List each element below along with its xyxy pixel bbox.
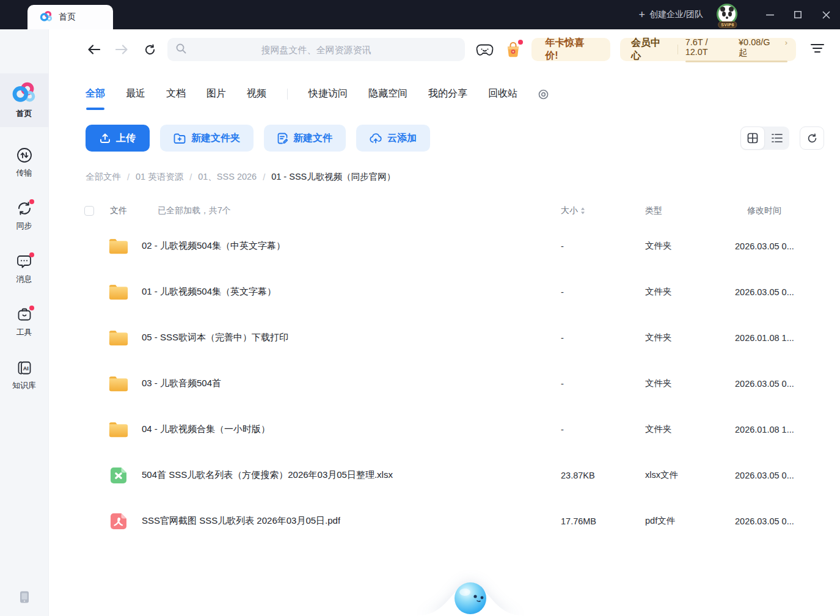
file-modified: 2026.01.08 1... — [735, 333, 803, 343]
avatar[interactable]: SVIP6 — [717, 4, 739, 26]
table-row[interactable]: 01 - 儿歌视频504集（英文字幕） - 文件夹 2026.03.05 0..… — [49, 269, 840, 315]
select-all-checkbox[interactable] — [84, 206, 94, 216]
loaded-status: 已全部加载，共7个 — [158, 205, 231, 216]
file-name[interactable]: 02 - 儿歌视频504集（中英文字幕） — [142, 240, 285, 252]
tab-quick-access[interactable]: 快捷访问 — [309, 87, 348, 101]
list-view-button[interactable] — [765, 127, 789, 150]
reload-button[interactable] — [144, 44, 157, 56]
upload-button[interactable]: 上传 — [86, 125, 150, 152]
cloud-add-label: 云添加 — [387, 132, 417, 145]
file-name[interactable]: 03 - 儿歌音频504首 — [142, 378, 221, 389]
grid-view-button[interactable] — [740, 127, 765, 150]
file-modified: 2026.03.05 0... — [735, 471, 803, 480]
file-modified: 2026.03.05 0... — [735, 287, 803, 297]
filter-menu-icon[interactable] — [811, 43, 824, 56]
ai-assistant-mascot[interactable] — [418, 573, 522, 616]
category-tabs: 全部 最近 文档 图片 视频 快捷访问 隐藏空间 我的分享 回收站 — [49, 77, 840, 111]
search-input[interactable] — [192, 45, 440, 55]
welfare-gift-icon[interactable] — [505, 40, 522, 59]
storage-progress-bar — [685, 61, 787, 62]
search-bar[interactable] — [167, 38, 466, 61]
transfer-icon — [16, 147, 32, 163]
main-content: 年卡惊喜价! 会员中心 7.6T / 12.0T ¥0.08/G起 › — [49, 29, 840, 616]
close-button[interactable] — [812, 0, 840, 29]
divider — [287, 89, 288, 100]
table-row[interactable]: 05 - SSS歌词本（完善中）下载打印 - 文件夹 2026.01.08 1.… — [49, 315, 840, 361]
file-type: 文件夹 — [645, 332, 735, 343]
sidebar-label: 传输 — [16, 167, 32, 178]
chevron-right-icon: › — [785, 38, 787, 47]
file-type: xlsx文件 — [645, 469, 735, 481]
app-logo-icon — [40, 10, 53, 24]
breadcrumb-root[interactable]: 全部文件 — [86, 171, 121, 183]
file-modified: 2026.03.05 0... — [735, 241, 803, 251]
member-center-label: 会员中心 — [631, 37, 670, 62]
tab-recent[interactable]: 最近 — [126, 87, 145, 101]
tab-my-shares[interactable]: 我的分享 — [428, 87, 467, 101]
table-row[interactable]: 504首 SSS儿歌名列表（方便搜索）2026年03月05日整理.xlsx 23… — [49, 452, 840, 498]
maximize-button[interactable] — [784, 0, 812, 29]
file-name[interactable]: 01 - 儿歌视频504集（英文字幕） — [142, 286, 276, 298]
sidebar-item-knowledge[interactable]: AI 知识库 — [0, 358, 49, 393]
plus-icon: + — [639, 9, 646, 20]
annual-card-promo-button[interactable]: 年卡惊喜价! — [531, 38, 610, 61]
mobile-phone-icon[interactable] — [19, 590, 29, 606]
file-size: - — [561, 425, 645, 435]
sidebar-item-sync[interactable]: 同步 — [0, 198, 49, 233]
breadcrumb-level-1[interactable]: 01 英语资源 — [136, 171, 183, 183]
new-folder-icon — [173, 133, 186, 144]
minimize-button[interactable] — [756, 0, 784, 29]
sort-icon — [580, 207, 585, 215]
file-modified: 2026.01.08 1... — [735, 425, 803, 435]
file-type-icon — [108, 466, 130, 485]
column-type[interactable]: 类型 — [645, 205, 735, 216]
forward-button[interactable] — [115, 45, 129, 54]
file-name[interactable]: 04 - 儿歌视频合集（一小时版） — [142, 424, 270, 435]
game-center-icon[interactable] — [476, 43, 494, 56]
file-type-icon — [108, 282, 130, 302]
sidebar-item-home[interactable]: 首页 — [0, 73, 49, 127]
app-tab-home[interactable]: 首页 — [27, 5, 113, 29]
create-team-button[interactable]: + 创建企业/团队 — [639, 9, 703, 20]
table-row[interactable]: 04 - 儿歌视频合集（一小时版） - 文件夹 2026.01.08 1... — [49, 406, 840, 452]
file-size: - — [561, 333, 645, 343]
tab-recycle-bin[interactable]: 回收站 — [488, 87, 517, 101]
upload-icon — [100, 133, 111, 144]
tab-hidden-space[interactable]: 隐藏空间 — [368, 87, 407, 101]
file-type: 文件夹 — [645, 240, 735, 252]
create-team-label: 创建企业/团队 — [649, 9, 703, 20]
sidebar-item-messages[interactable]: 消息 — [0, 251, 49, 287]
new-file-icon — [277, 133, 288, 144]
table-row[interactable]: 03 - 儿歌音频504首 - 文件夹 2026.03.05 0... — [49, 361, 840, 406]
sidebar-label: 首页 — [16, 108, 32, 119]
sidebar-item-transfer[interactable]: 传输 — [0, 145, 49, 180]
tab-pictures[interactable]: 图片 — [206, 87, 226, 101]
tab-settings-icon[interactable] — [538, 89, 549, 100]
tab-videos[interactable]: 视频 — [247, 87, 266, 101]
app-window: 首页 + 创建企业/团队 SVIP6 — [0, 0, 840, 616]
member-center-button[interactable]: 会员中心 7.6T / 12.0T ¥0.08/G起 › — [620, 38, 796, 61]
titlebar: 首页 + 创建企业/团队 SVIP6 — [0, 0, 840, 29]
file-name[interactable]: 05 - SSS歌词本（完善中）下载打印 — [142, 332, 288, 343]
sidebar-item-tools[interactable]: 工具 — [0, 304, 49, 340]
new-folder-button[interactable]: 新建文件夹 — [160, 125, 254, 152]
tab-documents[interactable]: 文档 — [166, 87, 186, 101]
file-name[interactable]: 504首 SSS儿歌名列表（方便搜索）2026年03月05日整理.xlsx — [142, 469, 393, 481]
action-bar: 上传 新建文件夹 新建文件 — [49, 125, 840, 152]
breadcrumb-level-2[interactable]: 01、SSS 2026 — [198, 171, 257, 183]
file-modified: 2026.03.05 0... — [735, 379, 803, 389]
column-size[interactable]: 大小 — [561, 205, 645, 216]
cloud-add-button[interactable]: 云添加 — [356, 125, 430, 152]
new-file-button[interactable]: 新建文件 — [264, 125, 346, 152]
file-type-icon — [108, 420, 130, 439]
column-modified[interactable]: 修改时间 — [735, 205, 803, 216]
back-button[interactable] — [87, 45, 101, 54]
file-name[interactable]: SSS官网截图 SSS儿歌列表 2026年03月05日.pdf — [142, 515, 340, 527]
table-row[interactable]: 02 - 儿歌视频504集（中英文字幕） - 文件夹 2026.03.05 0.… — [49, 223, 840, 269]
tab-all[interactable]: 全部 — [86, 87, 105, 101]
file-size: - — [561, 241, 645, 251]
notification-dot — [29, 199, 34, 204]
table-row[interactable]: SSS官网截图 SSS儿歌列表 2026年03月05日.pdf 17.76MB … — [49, 498, 840, 544]
column-file: 文件 — [110, 205, 127, 216]
refresh-list-button[interactable] — [800, 127, 824, 150]
